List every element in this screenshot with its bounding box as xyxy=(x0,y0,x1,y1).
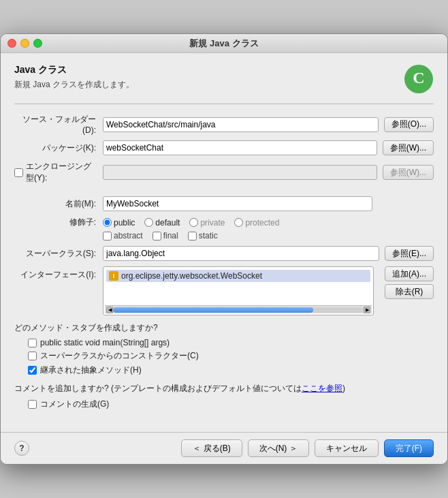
interface-list-item[interactable]: I org.eclipse.jetty.websocket.WebSocket xyxy=(106,270,370,282)
scrollbar-thumb xyxy=(113,307,313,313)
window-title: 新規 Java クラス xyxy=(189,37,258,50)
methods-checks-list: public static void main(String[] args) ス… xyxy=(14,338,434,376)
modifier-private-radio[interactable] xyxy=(189,218,198,227)
modifier-default[interactable]: default xyxy=(144,218,180,228)
maximize-button[interactable] xyxy=(33,39,42,48)
modifier-abstract-checkbox[interactable] xyxy=(103,232,112,240)
dialog-subtitle: 新規 Java クラスを作成します。 xyxy=(14,79,134,91)
next-button[interactable]: 次へ(N) ＞ xyxy=(248,439,309,457)
modifiers-row-2: abstract final static xyxy=(14,231,434,240)
modifiers-label: 修飾子: xyxy=(14,217,103,228)
method-main-label: public static void main(String[] args) xyxy=(40,338,170,347)
package-browse-button[interactable]: 参照(W)... xyxy=(383,140,434,155)
comment-generate-check[interactable]: コメントの生成(G) xyxy=(14,399,434,410)
modifier-public-label: public xyxy=(114,218,135,228)
enclosing-type-row: エンクロージング型(Y): 参照(W)... xyxy=(14,161,434,184)
interfaces-row: インターフェース(I): I org.eclipse.jetty.websock… xyxy=(14,266,434,315)
enclosing-type-checkbox[interactable] xyxy=(14,168,23,177)
enclosing-browse-button: 参照(W)... xyxy=(383,165,434,180)
footer-left: ? xyxy=(14,441,29,456)
modifier-final[interactable]: final xyxy=(153,231,178,240)
window-controls xyxy=(7,39,42,48)
method-abstract-label: 継承された抽象メソッド(H) xyxy=(40,364,142,376)
interfaces-area: I org.eclipse.jetty.websocket.WebSocket … xyxy=(103,266,434,315)
modifier-public-radio[interactable] xyxy=(103,218,112,227)
method-constructor-checkbox[interactable] xyxy=(28,352,37,360)
svg-text:C: C xyxy=(413,69,424,87)
remove-interface-button[interactable]: 除去(R) xyxy=(385,284,434,299)
method-constructor-label: スーパークラスからのコンストラクター(C) xyxy=(40,350,199,362)
dialog-title: Java クラス xyxy=(14,64,134,76)
back-button[interactable]: ＜ 戻る(B) xyxy=(181,439,242,457)
modifier-abstract-label: abstract xyxy=(114,231,143,240)
superclass-browse-button[interactable]: 参照(E)... xyxy=(385,246,434,261)
enclosing-type-input xyxy=(103,165,377,180)
package-row: パッケージ(K): 参照(W)... xyxy=(14,140,434,155)
help-button[interactable]: ? xyxy=(14,441,29,456)
package-input[interactable] xyxy=(103,140,377,155)
modifier-default-radio[interactable] xyxy=(144,218,153,227)
add-interface-button[interactable]: 追加(A)... xyxy=(385,266,434,281)
minimize-button[interactable] xyxy=(20,39,29,48)
other-modifiers-group: abstract final static xyxy=(103,231,218,240)
comment-generate-label: コメントの生成(G) xyxy=(40,399,109,410)
name-input[interactable] xyxy=(103,196,372,211)
modifier-static[interactable]: static xyxy=(188,231,218,240)
scroll-right-arrow[interactable]: ▶ xyxy=(364,307,370,313)
modifier-final-checkbox[interactable] xyxy=(153,232,161,240)
access-modifiers-group: public default private protected xyxy=(103,218,279,228)
comment-generate-checkbox[interactable] xyxy=(28,400,37,409)
source-folder-input[interactable] xyxy=(103,117,379,132)
cancel-button[interactable]: キャンセル xyxy=(315,439,379,457)
scroll-left-arrow[interactable]: ◀ xyxy=(106,307,113,313)
method-abstract-check[interactable]: 継承された抽象メソッド(H) xyxy=(28,364,434,376)
enclosing-type-label: エンクロージング型(Y): xyxy=(26,161,96,184)
name-row: 名前(M): xyxy=(14,196,434,211)
method-constructor-check[interactable]: スーパークラスからのコンストラクター(C) xyxy=(28,350,434,362)
modifier-protected[interactable]: protected xyxy=(234,218,279,228)
comment-label-prefix: コメントを追加しますか? (テンプレートの構成およびデフォルト値については xyxy=(14,384,302,393)
methods-section-label: どのメソッド・スタブを作成しますか? xyxy=(14,322,434,334)
interfaces-buttons: 追加(A)... 除去(R) xyxy=(385,266,434,315)
interfaces-label: インターフェース(I): xyxy=(14,266,103,281)
method-abstract-checkbox[interactable] xyxy=(28,366,37,375)
comment-section: コメントを追加しますか? (テンプレートの構成およびデフォルト値についてはここを… xyxy=(14,383,434,410)
footer-right: ＜ 戻る(B) 次へ(N) ＞ キャンセル 完了(F) xyxy=(181,439,434,457)
comment-label-link[interactable]: ここを参照 xyxy=(302,384,342,393)
modifier-private[interactable]: private xyxy=(189,218,225,228)
method-main-checkbox[interactable] xyxy=(28,339,37,347)
titlebar: 新規 Java クラス xyxy=(1,34,447,53)
eclipse-logo-icon: C xyxy=(404,64,434,94)
dialog-content: Java クラス 新規 Java クラスを作成します。 C ソース・フォルダー(… xyxy=(1,53,447,421)
modifier-private-label: private xyxy=(200,218,225,228)
main-window: 新規 Java クラス Java クラス 新規 Java クラスを作成します。 … xyxy=(0,33,448,465)
horizontal-scrollbar[interactable]: ◀ ▶ xyxy=(105,305,372,313)
comment-label-suffix: ) xyxy=(342,384,345,393)
superclass-row: スーパークラス(S): 参照(E)... xyxy=(14,246,434,261)
modifier-abstract[interactable]: abstract xyxy=(103,231,143,240)
header-divider xyxy=(14,104,434,104)
comment-section-label: コメントを追加しますか? (テンプレートの構成およびデフォルト値についてはここを… xyxy=(14,383,434,394)
name-label: 名前(M): xyxy=(14,198,103,210)
section-gap-1 xyxy=(14,189,434,196)
modifier-protected-label: protected xyxy=(245,218,279,228)
interface-item-label: org.eclipse.jetty.websocket.WebSocket xyxy=(121,271,262,281)
header-text-area: Java クラス 新規 Java クラスを作成します。 xyxy=(14,64,134,91)
modifier-static-label: static xyxy=(199,231,218,240)
modifier-public[interactable]: public xyxy=(103,218,135,228)
interface-item-icon: I xyxy=(109,271,118,281)
modifier-protected-radio[interactable] xyxy=(234,218,243,227)
package-label: パッケージ(K): xyxy=(14,142,103,154)
close-button[interactable] xyxy=(7,39,16,48)
source-folder-browse-button[interactable]: 参照(O)... xyxy=(384,117,434,132)
modifiers-row-1: 修飾子: public default private protected xyxy=(14,217,434,228)
method-main-check[interactable]: public static void main(String[] args) xyxy=(28,338,434,347)
superclass-label: スーパークラス(S): xyxy=(14,248,103,260)
enclosing-checkbox-area: エンクロージング型(Y): xyxy=(14,161,103,184)
superclass-input[interactable] xyxy=(103,246,379,261)
finish-button[interactable]: 完了(F) xyxy=(384,439,434,457)
modifier-final-label: final xyxy=(163,231,178,240)
scrollbar-track[interactable] xyxy=(113,307,364,313)
source-folder-row: ソース・フォルダー(D): 参照(O)... xyxy=(14,114,434,135)
modifier-static-checkbox[interactable] xyxy=(188,232,197,240)
